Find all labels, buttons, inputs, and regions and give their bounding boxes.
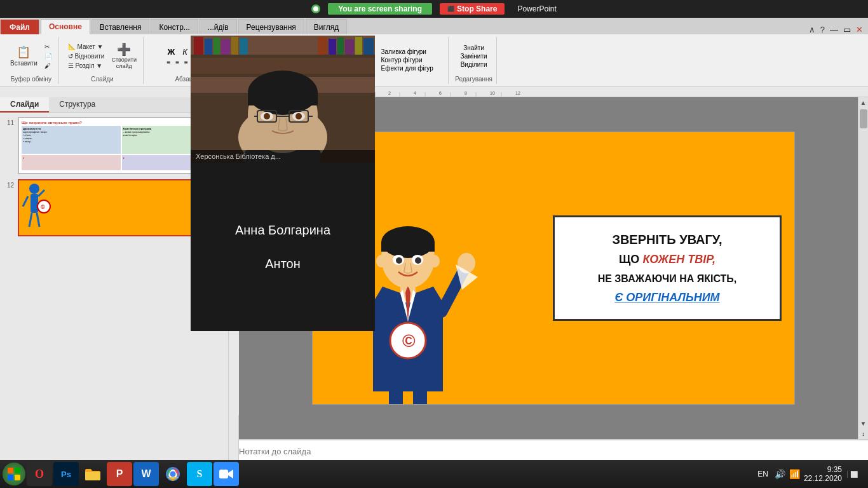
- participant-2-name: Антон: [265, 257, 301, 271]
- svg-text:©: ©: [41, 204, 45, 210]
- tab-slides[interactable]: ...йдів: [200, 19, 237, 34]
- svg-rect-87: [15, 468, 20, 473]
- screen-share-bar: You are screen sharing Stop Share PowerP…: [0, 0, 868, 18]
- editing-label: Редагування: [455, 76, 492, 83]
- svg-line-29: [37, 213, 39, 227]
- file-explorer-button[interactable]: [80, 462, 105, 486]
- folder-icon: [84, 465, 102, 483]
- scroll-fit-btn[interactable]: ↕: [862, 429, 865, 439]
- svg-rect-93: [219, 470, 228, 478]
- find-button[interactable]: Знайти: [463, 44, 484, 51]
- bold-button[interactable]: Ж: [165, 46, 177, 57]
- scroll-thumb[interactable]: [860, 109, 867, 128]
- svg-marker-94: [228, 470, 233, 478]
- sharing-status-label: You are screen sharing: [328, 3, 432, 15]
- window-maximize-icon[interactable]: ▭: [843, 25, 851, 34]
- create-slide-label: Створити: [111, 57, 137, 63]
- notes-label: Нотатки до слайда: [239, 447, 311, 456]
- chrome-button[interactable]: [160, 462, 186, 486]
- powerpoint-app: Файл Основне Вставлення Констр... ...йді…: [0, 18, 868, 488]
- svg-point-71: [415, 257, 421, 264]
- paste-icon: 📋: [17, 46, 31, 60]
- svg-rect-88: [8, 475, 13, 480]
- ribbon-collapse-icon[interactable]: ∧: [809, 25, 815, 34]
- svg-rect-89: [15, 475, 20, 480]
- current-slide[interactable]: ©: [312, 132, 795, 405]
- svg-rect-86: [8, 468, 13, 473]
- format-paint-button[interactable]: 🖌: [42, 62, 55, 70]
- thumb-cell-1: Драматичні та хореографічні твори • п'єс…: [22, 126, 121, 154]
- tab-vstavlennia[interactable]: Вставлення: [92, 19, 150, 34]
- zoom-button[interactable]: [214, 462, 239, 486]
- align-right-button[interactable]: ≡: [182, 58, 190, 67]
- app-label: PowerPoint: [517, 4, 556, 13]
- svg-point-62: [295, 113, 302, 119]
- outline-shape-button[interactable]: Контур фігури: [381, 57, 423, 64]
- replace-button[interactable]: Замінити: [461, 53, 487, 60]
- slide-number-12: 12: [4, 182, 14, 189]
- webcam-video: Херсонська Бібліотека д...: [191, 97, 375, 163]
- powerpoint-taskbar-button[interactable]: P: [107, 462, 132, 486]
- slide-line1: ЗВЕРНІТЬ УВАГУ, ЩО КОЖЕН ТВІР, НЕ ЗВАЖАЮ…: [570, 230, 764, 306]
- cut-button[interactable]: ✂: [42, 43, 55, 51]
- italic-button[interactable]: К: [180, 46, 190, 57]
- webcam-channel-name: Херсонська Бібліотека д...: [196, 152, 281, 160]
- tab-view[interactable]: Вигляд: [306, 19, 347, 34]
- language-indicator-taskbar: EN: [757, 470, 768, 478]
- section-button[interactable]: ☰ Розділ ▼: [65, 62, 107, 70]
- svg-text:2: 2: [388, 91, 391, 95]
- restore-button[interactable]: ↺ Відновити: [65, 52, 107, 60]
- svg-point-24: [29, 184, 39, 194]
- photoshop-button[interactable]: Ps: [53, 462, 79, 486]
- share-indicator: [311, 4, 320, 13]
- paste-button[interactable]: 📋 Вставити: [8, 44, 40, 68]
- tab-construction[interactable]: Констр...: [151, 19, 198, 34]
- network-icon[interactable]: 📶: [789, 469, 800, 479]
- participant-1-name: Анна Болгарина: [235, 223, 330, 238]
- taskbar: O Ps P W S: [0, 460, 868, 488]
- slide-number-11: 11: [4, 119, 14, 126]
- word-button[interactable]: W: [133, 462, 159, 486]
- effects-shape-button[interactable]: Ефекти для фігур: [381, 65, 433, 72]
- taskbar-right: EN 🔊 📶 9:35 22.12.2020 ⬜: [757, 465, 865, 484]
- tab-review[interactable]: Рецензування: [238, 19, 304, 34]
- fill-shape-button[interactable]: Заливка фігури: [381, 48, 426, 55]
- show-desktop-button[interactable]: ⬜: [847, 471, 860, 478]
- participants-panel: Анна Болгарина Антон: [191, 163, 375, 331]
- clock-area: 9:35 22.12.2020: [804, 465, 842, 484]
- windows-logo-icon: [6, 466, 22, 482]
- help-icon[interactable]: ?: [820, 25, 825, 34]
- align-center-button[interactable]: ≡: [173, 58, 181, 67]
- ribbon-content: 📋 Вставити ✂ 📄 🖌 Буфер обміну 📐 Макет ▼: [0, 34, 868, 86]
- scroll-up-arrow[interactable]: ▲: [858, 97, 868, 108]
- create-slide-button[interactable]: ➕ Створити слайд: [109, 42, 139, 71]
- tab-file[interactable]: Файл: [0, 19, 39, 34]
- svg-rect-82: [389, 385, 403, 404]
- select-button[interactable]: Виділити: [461, 61, 487, 68]
- svg-text:6: 6: [439, 91, 442, 95]
- slide-text-box: ЗВЕРНІТЬ УВАГУ, ЩО КОЖЕН ТВІР, НЕ ЗВАЖАЮ…: [553, 215, 782, 321]
- tab-osnovne[interactable]: Основне: [41, 19, 90, 34]
- tab-slides-panel[interactable]: Слайди: [0, 97, 49, 112]
- window-minimize-icon[interactable]: —: [830, 25, 838, 34]
- tab-structure[interactable]: Структура: [49, 97, 105, 112]
- editing-group: Знайти Замінити Виділити Редагування: [451, 37, 497, 84]
- right-scrollbar[interactable]: ▲ ▼ ↕: [858, 97, 868, 439]
- window-close-icon[interactable]: ✕: [856, 25, 863, 34]
- svg-rect-53: [248, 97, 318, 105]
- sound-icon[interactable]: 🔊: [775, 469, 785, 479]
- add-slide-icon: ➕: [117, 43, 131, 57]
- stop-share-button[interactable]: Stop Share: [440, 3, 505, 15]
- copy-button[interactable]: 📄: [42, 52, 55, 60]
- opera-button[interactable]: O: [27, 462, 52, 486]
- ribbon: Файл Основне Вставлення Констр... ...йді…: [0, 18, 868, 87]
- main-content: Слайди Структура 11 Що охороняє авторськ…: [0, 97, 868, 488]
- start-button[interactable]: [3, 463, 25, 485]
- align-left-button[interactable]: ≡: [165, 58, 172, 67]
- scroll-down-arrow[interactable]: ▼: [858, 418, 868, 429]
- clipboard-group: 📋 Вставити ✂ 📄 🖌 Буфер обміну: [4, 37, 59, 84]
- skype-button[interactable]: S: [187, 462, 212, 486]
- svg-text:10: 10: [490, 91, 495, 95]
- layout-button[interactable]: 📐 Макет ▼: [65, 43, 107, 51]
- svg-text:©: ©: [402, 331, 416, 351]
